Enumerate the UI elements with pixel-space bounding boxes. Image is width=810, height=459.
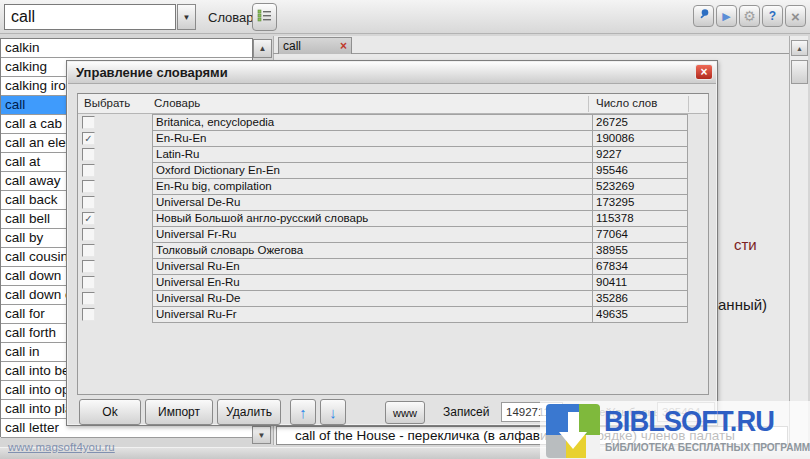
pin-icon: [698, 8, 710, 24]
table-header: Выбрать Словарь Число слов: [78, 94, 708, 114]
word-count-cell: 67834: [592, 258, 688, 275]
scroll-up-icon: ▲: [259, 44, 267, 53]
dictionary-row: Universal Fr-Ru77064: [78, 226, 708, 243]
tab-call[interactable]: call ×: [278, 37, 352, 54]
dictionary-name-cell[interactable]: En-Ru-En: [152, 130, 593, 147]
dictionary-row: Universal Ru-Fr49635: [78, 306, 708, 323]
gear-icon: ⚙: [743, 8, 756, 24]
arrow-down-icon: ↓: [329, 404, 337, 421]
dialog-title: Управление словарями: [68, 62, 716, 84]
checkbox-unchecked[interactable]: [82, 244, 95, 257]
move-up-button[interactable]: ↑: [290, 399, 316, 425]
close-icon: ×: [791, 8, 800, 25]
dict-table-rows: Britanica, encyclopedia26725✓En-Ru-En190…: [78, 114, 708, 323]
dictionary-list-button[interactable]: [252, 3, 277, 31]
app-window: ▼ Словари: [0, 0, 810, 459]
dictionary-row: ✓En-Ru-En190086: [78, 130, 708, 147]
dictionary-row: Universal De-Ru173295: [78, 194, 708, 211]
help-icon: ?: [769, 9, 776, 23]
dictionary-name-cell[interactable]: Новый Большой англо-русский словарь: [152, 210, 593, 227]
www-button[interactable]: www: [385, 401, 425, 424]
dictionary-table: Выбрать Словарь Число слов Britanica, en…: [77, 93, 709, 395]
watermark: BIBLSOFT.RU БИБЛИОТЕКА БЕСПЛАТНЫХ ПРОГРА…: [540, 401, 810, 459]
dictionary-row: En-Ru big, compilation523269: [78, 178, 708, 195]
dictionary-name-cell[interactable]: Толковый словарь Ожегова: [152, 242, 593, 259]
move-down-button[interactable]: ↓: [320, 399, 346, 425]
tab-close-icon[interactable]: ×: [340, 39, 347, 53]
article-text-fragment: сти: [734, 236, 757, 253]
word-count-cell: 35286: [592, 290, 688, 307]
dictionary-name-cell[interactable]: Britanica, encyclopedia: [152, 114, 593, 131]
checkbox-unchecked[interactable]: [82, 164, 95, 177]
word-count-cell: 49635: [592, 306, 688, 323]
checkbox-unchecked[interactable]: [82, 196, 95, 209]
word-count-cell: 77064: [592, 226, 688, 243]
dictionary-name-cell[interactable]: En-Ru big, compilation: [152, 178, 593, 195]
word-count-cell: 26725: [592, 114, 688, 131]
dictionary-row: Britanica, encyclopedia26725: [78, 114, 708, 131]
dictionary-name-cell[interactable]: Universal De-Ru: [152, 194, 593, 211]
dictionary-name-cell[interactable]: Universal Ru-Fr: [152, 306, 593, 323]
word-count-cell: 523269: [592, 178, 688, 195]
checkbox-unchecked[interactable]: [82, 292, 95, 305]
dictionary-name-cell[interactable]: Universal Ru-De: [152, 290, 593, 307]
watermark-title: BIBLSOFT.RU: [604, 405, 774, 438]
scroll-down-icon: ▼: [258, 431, 266, 440]
word-list-scroll-down-button[interactable]: ▼: [252, 426, 271, 444]
dictionary-row: Latin-Ru9227: [78, 146, 708, 163]
scroll-up-icon[interactable]: ▲: [791, 40, 808, 56]
search-input[interactable]: [4, 4, 176, 30]
checkbox-unchecked[interactable]: [82, 116, 95, 129]
dialog-close-button[interactable]: ×: [695, 64, 713, 80]
checkbox-checked[interactable]: ✓: [82, 132, 95, 145]
close-window-button[interactable]: ×: [785, 5, 806, 27]
checkbox-checked[interactable]: ✓: [82, 212, 95, 225]
ok-button[interactable]: Ok: [79, 399, 141, 425]
checkbox-unchecked[interactable]: [82, 308, 95, 321]
window-buttons: ▶ ⚙ ? ×: [693, 5, 806, 27]
dictionary-row: Universal Ru-De35286: [78, 290, 708, 307]
column-dictionary: Словарь: [154, 97, 200, 109]
arrow-up-icon: ↑: [299, 404, 307, 421]
help-button[interactable]: ?: [762, 5, 783, 27]
search-dropdown-button[interactable]: ▼: [177, 4, 196, 30]
word-count-cell: 190086: [592, 130, 688, 147]
word-list-scroll-up-button[interactable]: ▲: [253, 39, 272, 58]
delete-button[interactable]: Удалить: [217, 399, 281, 425]
tab-label: call: [283, 39, 340, 53]
dictionary-row: ✓Новый Большой англо-русский словарь1153…: [78, 210, 708, 227]
word-count-cell: 115378: [592, 210, 688, 227]
word-count-cell: 95546: [592, 162, 688, 179]
import-button[interactable]: Импорт: [145, 399, 213, 425]
magsoft-link[interactable]: www.magsoft4you.ru: [8, 441, 115, 453]
dictionary-row: Oxford Dictionary En-En95546: [78, 162, 708, 179]
checkbox-unchecked[interactable]: [82, 276, 95, 289]
records-label: Записей: [443, 405, 490, 419]
article-scrollbar[interactable]: ▲: [789, 36, 808, 445]
play-button[interactable]: ▶: [716, 5, 737, 27]
pin-button[interactable]: [693, 5, 714, 27]
header-divider: [588, 96, 589, 112]
dictionary-name-cell[interactable]: Universal En-Ru: [152, 274, 593, 291]
dictionary-row: Universal En-Ru90411: [78, 274, 708, 291]
word-list-item[interactable]: calkin: [1, 39, 252, 58]
dictionary-name-cell[interactable]: Oxford Dictionary En-En: [152, 162, 593, 179]
checkbox-unchecked[interactable]: [82, 260, 95, 273]
tab-bar: call ×: [273, 36, 789, 54]
word-count-cell: 9227: [592, 146, 688, 163]
dictionary-name-cell[interactable]: Latin-Ru: [152, 146, 593, 163]
list-icon: [257, 8, 272, 27]
dictionary-name-cell[interactable]: Universal Fr-Ru: [152, 226, 593, 243]
word-count-cell: 173295: [592, 194, 688, 211]
checkbox-unchecked[interactable]: [82, 180, 95, 193]
checkbox-unchecked[interactable]: [82, 148, 95, 161]
watermark-subtitle: БИБЛИОТЕКА БЕСПЛАТНЫХ ПРОГРАММ: [605, 441, 810, 453]
play-icon: ▶: [722, 10, 730, 23]
dictionary-row: Universal Ru-En67834: [78, 258, 708, 275]
word-count-cell: 90411: [592, 274, 688, 291]
settings-button[interactable]: ⚙: [739, 5, 760, 27]
column-word-count: Число слов: [596, 97, 657, 109]
dictionary-name-cell[interactable]: Universal Ru-En: [152, 258, 593, 275]
checkbox-unchecked[interactable]: [82, 228, 95, 241]
scrollbar-thumb[interactable]: [791, 60, 808, 84]
